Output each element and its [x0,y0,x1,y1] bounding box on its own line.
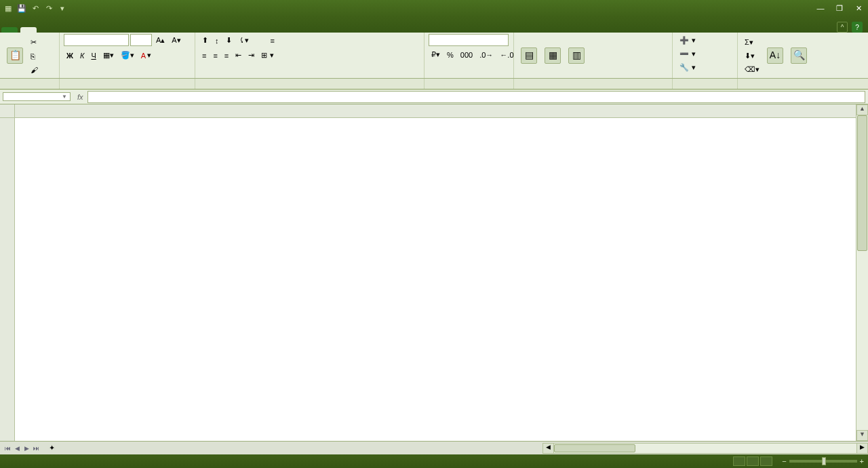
number-format-select[interactable] [429,34,509,46]
horizontal-scrollbar[interactable]: ◀ ▶ [542,443,868,454]
font-color-button[interactable]: A▾ [138,49,154,62]
name-box[interactable]: ▼ [3,92,71,101]
decrease-font-icon[interactable]: A▾ [169,34,183,47]
maximize-button[interactable]: ❐ [833,4,846,13]
minimize-button[interactable]: — [814,4,827,13]
cell-styles-icon: ▥ [568,47,585,64]
wrap-text-button[interactable]: ≡ [268,35,279,47]
cell-styles-button[interactable]: ▥ [566,46,587,66]
ribbon-body: 📋 ✂ ⎘ 🖌 A▴ A▾ Ж К Ч ▦▾ 🪣▾ [0,33,868,79]
sort-filter-button[interactable]: A↓ [764,46,786,66]
conditional-formatting-button[interactable]: ▤ [518,46,540,66]
row-headers [0,104,15,441]
align-bottom-icon[interactable]: ⬇ [223,34,235,47]
clear-icon[interactable]: ⌫▾ [742,63,762,76]
border-button[interactable]: ▦▾ [100,49,117,62]
find-icon: 🔍 [791,47,807,64]
tab-insert[interactable] [37,27,53,33]
font-name-select[interactable] [64,34,129,46]
spreadsheet-grid: ▲ ▼ [0,104,868,441]
align-left-icon[interactable]: ≡ [199,50,209,62]
hscroll-thumb[interactable] [554,444,635,452]
vscroll-thumb[interactable] [857,115,867,251]
sort-icon: A↓ [767,47,783,64]
scroll-right-icon[interactable]: ▶ [856,444,867,453]
fill-icon[interactable]: ⬇▾ [742,50,762,62]
vertical-scrollbar[interactable]: ▲ ▼ [856,104,868,441]
zoom-in-icon[interactable]: + [860,457,864,465]
format-painter-icon[interactable]: 🖌 [28,64,41,76]
sheet-nav-next-icon[interactable]: ▶ [22,445,31,452]
find-select-button[interactable]: 🔍 [788,46,810,66]
increase-decimal-icon[interactable]: .0→ [477,48,496,61]
tab-page-layout[interactable] [53,27,69,33]
minimize-ribbon-icon[interactable]: ^ [837,22,848,33]
autosum-icon[interactable]: Σ▾ [742,36,762,49]
tab-review[interactable] [102,27,118,33]
italic-button[interactable]: К [77,49,87,62]
percent-icon[interactable]: % [444,48,456,61]
cut-icon[interactable]: ✂ [28,36,41,49]
paste-button[interactable]: 📋 [4,46,26,66]
format-as-table-button[interactable]: ▦ [542,46,564,66]
undo-icon[interactable]: ↶ [30,3,41,14]
window-buttons: — ❐ ✕ [814,4,865,13]
title-bar: ▦ 💾 ↶ ↷ ▾ — ❐ ✕ [0,0,868,16]
align-top-icon[interactable]: ⬆ [199,34,211,47]
format-cells-button[interactable]: 🔧 ▾ [677,61,698,74]
quick-access-toolbar: ▦ 💾 ↶ ↷ ▾ [3,3,68,14]
insert-cells-button[interactable]: ➕ ▾ [677,34,698,47]
view-normal-icon[interactable] [733,456,745,466]
underline-button[interactable]: Ч [88,49,98,62]
qat-icon[interactable]: ▾ [57,3,68,14]
fx-icon[interactable]: fx [73,93,87,101]
sheet-nav-last-icon[interactable]: ⏭ [31,445,41,452]
delete-cells-button[interactable]: ➖ ▾ [677,47,698,60]
view-page-layout-icon[interactable] [747,456,759,466]
merge-center-button[interactable]: ⊞ ▾ [258,49,277,62]
new-sheet-icon[interactable]: ✦ [46,442,58,454]
tab-home[interactable] [20,27,37,33]
formula-bar: ▼ fx [0,90,868,104]
zoom-out-icon[interactable]: − [782,457,786,465]
excel-icon: ▦ [3,3,14,14]
increase-indent-icon[interactable]: ⇥ [245,49,257,62]
paste-icon: 📋 [7,47,23,64]
sheet-tabs-bar: ⏮ ◀ ▶ ⏭ ✦ ◀ ▶ [0,441,868,454]
scroll-left-icon[interactable]: ◀ [543,444,554,453]
currency-icon[interactable]: ₽▾ [429,48,443,61]
scroll-up-icon[interactable]: ▲ [856,104,868,115]
comma-icon[interactable]: 000 [458,48,475,61]
increase-font-icon[interactable]: A▴ [153,34,167,47]
file-tab[interactable] [1,27,18,33]
redo-icon[interactable]: ↷ [43,3,54,14]
status-bar: − + [0,454,868,468]
copy-icon[interactable]: ⎘ [28,50,41,62]
ribbon-tabs: ^ ? [0,16,868,33]
tab-data[interactable] [85,27,102,33]
formula-input[interactable] [87,91,865,103]
column-headers [15,104,856,118]
view-page-break-icon[interactable] [760,456,772,466]
table-format-icon: ▦ [545,47,561,64]
ribbon-group-labels [0,79,868,90]
decrease-indent-icon[interactable]: ⇤ [233,49,244,62]
font-size-select[interactable] [130,34,152,46]
bold-button[interactable]: Ж [64,49,76,62]
align-center-icon[interactable]: ≡ [210,50,220,62]
cond-format-icon: ▤ [521,47,537,64]
scroll-down-icon[interactable]: ▼ [856,430,868,441]
zoom-slider[interactable] [789,460,857,463]
sheet-nav-prev-icon[interactable]: ◀ [12,445,22,452]
help-icon[interactable]: ? [852,22,863,33]
align-right-icon[interactable]: ≡ [222,50,231,62]
orientation-icon[interactable]: ⤹▾ [236,34,252,47]
tab-formulas[interactable] [69,27,85,33]
tab-view[interactable] [118,27,134,33]
save-icon[interactable]: 💾 [16,3,27,14]
select-all-corner[interactable] [0,104,14,118]
sheet-nav-first-icon[interactable]: ⏮ [3,445,12,452]
align-middle-icon[interactable]: ↕ [212,35,222,47]
close-button[interactable]: ✕ [852,4,865,13]
fill-color-button[interactable]: 🪣▾ [118,49,137,62]
